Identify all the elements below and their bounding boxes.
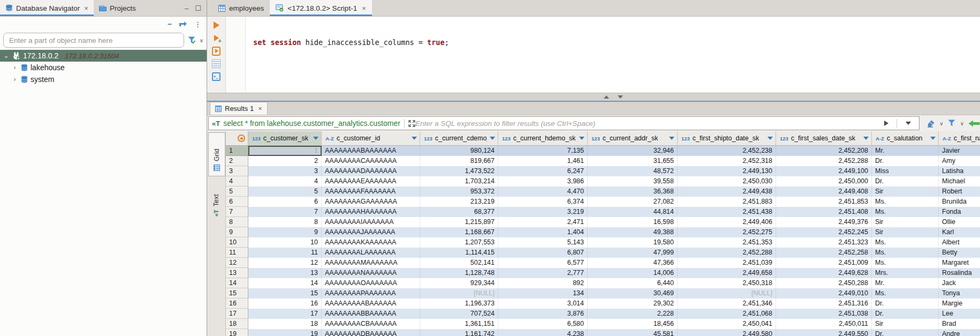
row-header[interactable]: 9 xyxy=(226,227,248,237)
grid-cell[interactable]: 2,452,258 xyxy=(776,248,872,258)
grid-cell[interactable]: AAAAAAAAMAAAAAAA xyxy=(322,258,420,268)
grid-cell[interactable]: Rosalinda xyxy=(939,268,980,278)
row-header[interactable]: 17 xyxy=(226,309,248,319)
grid-cell[interactable]: 48,572 xyxy=(588,166,678,176)
grid-cell[interactable]: 707,524 xyxy=(420,309,498,319)
grid-cell[interactable]: 2,452,208 xyxy=(776,146,872,156)
sort-dropdown-icon[interactable] xyxy=(930,137,936,140)
table-row[interactable]: 1818AAAAAAAACBAAAAAA1,361,1516,58018,456… xyxy=(226,319,980,329)
grid-cell[interactable]: Brad xyxy=(939,319,980,329)
table-row[interactable]: 1414AAAAAAAAOAAAAAAA929,3448926,4402,450… xyxy=(226,278,980,288)
grid-cell[interactable]: 5,143 xyxy=(498,237,588,248)
table-row[interactable]: 66AAAAAAAAGAAAAAAA213,2196,37427,0822,45… xyxy=(226,197,980,207)
row-header[interactable]: 8 xyxy=(226,217,248,227)
grid-cell[interactable]: 2,451,009 xyxy=(776,258,872,268)
custom-filter-funnel-icon[interactable] xyxy=(948,120,956,127)
grid-cell[interactable]: AAAAAAAADAAAAAAA xyxy=(322,166,420,176)
grid-cell[interactable]: 2,451,316 xyxy=(776,298,872,309)
minimize-icon[interactable]: – xyxy=(185,4,188,12)
grid-cell[interactable]: Ms. xyxy=(872,288,939,298)
grid-cell[interactable]: 6,374 xyxy=(498,197,588,207)
grid-cell[interactable]: Margie xyxy=(939,298,980,309)
execute-statement-button[interactable] xyxy=(212,21,221,29)
grid-cell[interactable]: 2,451,438 xyxy=(678,207,776,217)
grid-cell[interactable]: Mr. xyxy=(872,146,939,156)
grid-cell[interactable]: AAAAAAAABAAAAAAA xyxy=(322,146,420,156)
grid-cell[interactable]: Ollie xyxy=(939,217,980,227)
grid-cell[interactable]: 1,207,553 xyxy=(420,237,498,248)
close-icon[interactable]: × xyxy=(362,4,366,12)
clear-filter-eraser-icon[interactable] xyxy=(925,120,935,128)
grid-cell[interactable]: 3,876 xyxy=(498,309,588,319)
grid-cell[interactable]: 2,452,288 xyxy=(776,156,872,166)
row-header[interactable]: 13 xyxy=(226,268,248,278)
grid-cell[interactable]: 2,452,318 xyxy=(678,156,776,166)
table-row[interactable]: 88AAAAAAAAIAAAAAAA1,215,8972,47116,5982,… xyxy=(226,217,980,227)
grid-cell[interactable]: 2,449,406 xyxy=(678,217,776,227)
grid-cell[interactable]: Dr. xyxy=(872,156,939,166)
close-icon[interactable]: × xyxy=(258,104,262,113)
table-row[interactable]: 1717AAAAAAAABBAAAAAA707,5243,8762,2282,4… xyxy=(226,309,980,319)
grid-cell[interactable]: 32,946 xyxy=(588,146,678,156)
expander-icon[interactable]: › xyxy=(11,64,18,71)
tree-item-system[interactable]: › system xyxy=(0,73,207,85)
grid-cell[interactable]: 1,473,522 xyxy=(420,166,498,176)
grid-cell[interactable]: Miss xyxy=(872,166,939,176)
grid-cell[interactable]: 13 xyxy=(248,268,322,278)
column-header-c_first_sales_date_sk[interactable]: 123c_first_sales_date_sk xyxy=(776,131,872,145)
row-header[interactable]: 1 xyxy=(226,146,248,156)
grid-cell[interactable]: Mr. xyxy=(872,278,939,288)
grid-cell[interactable]: Ms. xyxy=(872,207,939,217)
grid-cell[interactable]: 1,196,373 xyxy=(420,298,498,309)
grid-cell[interactable]: 2,450,318 xyxy=(678,278,776,288)
grid-cell[interactable]: Fonda xyxy=(939,207,980,217)
column-header-c_salutation[interactable]: A-Zc_salutation xyxy=(872,131,939,145)
tab-script-1[interactable]: <172.18.0.2> Script-1 × xyxy=(270,0,371,16)
grid-cell[interactable]: 27,082 xyxy=(588,197,678,207)
grid-cell[interactable]: 2,450,011 xyxy=(776,319,872,329)
tree-item-connection[interactable]: ⌄ 172.18.0.2 172.18.0.2:31604 xyxy=(0,50,207,62)
grid-cell[interactable]: 12 xyxy=(248,258,322,268)
row-header[interactable]: 10 xyxy=(226,237,248,248)
grid-cell[interactable]: Sir xyxy=(872,319,939,329)
grid-cell[interactable]: 6 xyxy=(248,197,322,207)
table-row[interactable]: 77AAAAAAAAHAAAAAAA68,3773,21944,8142,451… xyxy=(226,207,980,217)
grid-cell[interactable]: 2,450,041 xyxy=(678,319,776,329)
sort-dropdown-icon[interactable] xyxy=(490,137,495,140)
filter-funnel-icon[interactable] xyxy=(188,36,196,44)
grid-cell[interactable]: AAAAAAAAABAAAAAA xyxy=(322,298,420,309)
maximize-icon[interactable]: ☐ xyxy=(195,4,201,12)
grid-cell[interactable]: 5 xyxy=(248,186,322,197)
grid-cell[interactable]: Javier xyxy=(939,146,980,156)
column-header-c_current_hdemo_sk[interactable]: 123c_current_hdemo_sk xyxy=(498,131,588,145)
sql-code-area[interactable]: set session hide_inaccessible_columns = … xyxy=(246,17,980,93)
grid-cell[interactable]: 2,451,353 xyxy=(678,237,776,248)
sort-dropdown-icon[interactable] xyxy=(412,137,417,140)
table-row[interactable]: 1212AAAAAAAAMAAAAAAA502,1416,57747,3662,… xyxy=(226,258,980,268)
column-header-c_current_addr_sk[interactable]: 123c_current_addr_sk xyxy=(588,131,678,145)
grid-cell[interactable]: 819,667 xyxy=(420,156,498,166)
grid-cell[interactable]: 2,471 xyxy=(498,217,588,227)
table-row[interactable]: 1616AAAAAAAAABAAAAAA1,196,3733,01429,302… xyxy=(226,298,980,309)
grid-cell[interactable]: 2,452,275 xyxy=(678,227,776,237)
row-header[interactable]: 18 xyxy=(226,319,248,329)
tree-item-lakehouse[interactable]: › lakehouse xyxy=(0,62,207,73)
grid-cell[interactable]: 2,449,130 xyxy=(678,166,776,176)
grid-cell[interactable]: 2,451,408 xyxy=(776,207,872,217)
sort-dropdown-icon[interactable] xyxy=(669,137,674,140)
grid-cell[interactable]: 18,456 xyxy=(588,319,678,329)
tab-database-navigator[interactable]: Database Navigator × xyxy=(0,0,94,16)
grid-cell[interactable]: AAAAAAAAIAAAAAAA xyxy=(322,217,420,227)
grid-cell[interactable]: 44,814 xyxy=(588,207,678,217)
grid-cell[interactable]: Ms. xyxy=(872,248,939,258)
table-row[interactable]: 44AAAAAAAAEAAAAAAA1,703,2143,98639,5582,… xyxy=(226,176,980,186)
row-header[interactable]: 6 xyxy=(226,197,248,207)
grid-cell[interactable]: 31,655 xyxy=(588,156,678,166)
grid-cell[interactable]: 47,999 xyxy=(588,248,678,258)
grid-cell[interactable]: 2,451,039 xyxy=(678,258,776,268)
grid-cell[interactable]: AAAAAAAACAAAAAAA xyxy=(322,156,420,166)
apply-filter-icon[interactable] xyxy=(884,121,888,126)
grid-cell[interactable]: 2,451,883 xyxy=(678,197,776,207)
row-header[interactable]: 2 xyxy=(226,156,248,166)
expander-icon[interactable]: › xyxy=(11,76,18,83)
